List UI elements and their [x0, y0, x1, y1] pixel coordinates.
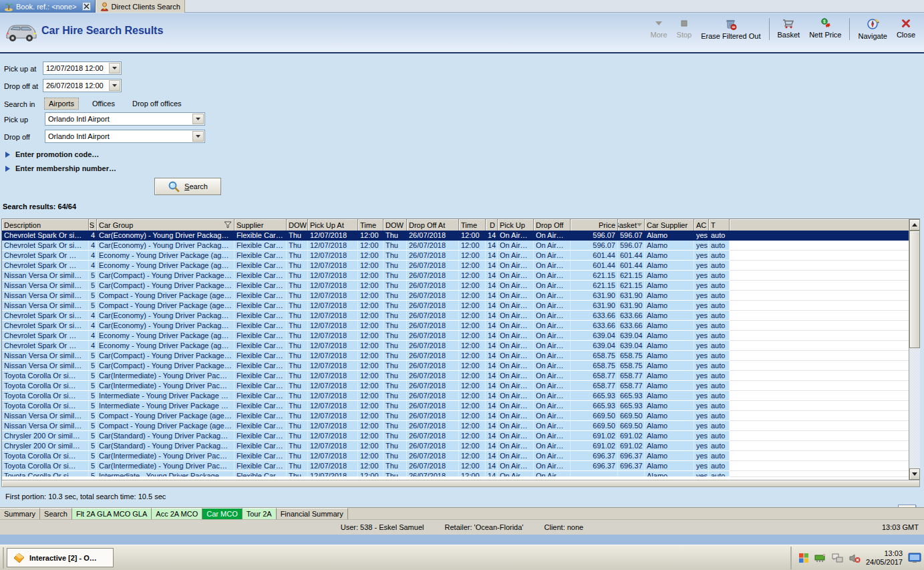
table-row[interactable]: Nissan Versa Or simil…5Car(Compact) - Yo…	[2, 361, 909, 371]
chevron-down-icon[interactable]	[109, 80, 120, 91]
search-in-option-offices[interactable]: Offices	[88, 98, 119, 109]
table-row[interactable]: Nissan Versa Or simil…5Compact - Young D…	[2, 301, 909, 311]
table-row[interactable]: Chrysler 200 Or simil…5Car(Standard) - Y…	[2, 431, 909, 441]
membership-number-expander[interactable]: Enter membership number…	[5, 164, 116, 172]
column-header-time2[interactable]: Time	[459, 219, 486, 231]
tab-direct-clients-search[interactable]: Direct Clients Search	[96, 0, 185, 13]
cell-description: Chevrolet Spark Or si…	[2, 321, 89, 330]
column-header-supplier[interactable]: Supplier	[235, 219, 287, 231]
table-row[interactable]: Nissan Versa Or simil…5Car(Compact) - Yo…	[2, 271, 909, 281]
basket-button[interactable]: Basket	[773, 17, 805, 41]
speaker-muted-icon[interactable]	[849, 553, 861, 563]
table-row[interactable]: Chevrolet Spark Or si…4Car(Economy) - Yo…	[2, 241, 909, 251]
column-header-ac[interactable]: AC	[694, 219, 709, 231]
chevron-down-icon[interactable]	[192, 114, 204, 124]
column-header-drop_off[interactable]: Drop Off	[534, 219, 571, 231]
pick-up-at-field[interactable]: 12/07/2018 12:00	[43, 61, 122, 75]
cell-dow2: Thu	[383, 331, 407, 340]
table-row[interactable]: Nissan Versa Or simil…5Car(Compact) - Yo…	[2, 351, 909, 361]
cell-price: 669.50	[571, 411, 618, 420]
table-row[interactable]: Chevrolet Spark Or si…4Car(Economy) - Yo…	[2, 321, 909, 331]
drop-off-combo[interactable]: Orlando Intl Airport	[45, 130, 205, 143]
search-in-option-airports[interactable]: Airports	[44, 98, 79, 110]
column-header-d[interactable]: D	[486, 219, 498, 231]
table-row[interactable]: Toyota Corolla Or si…5Intermediate - You…	[2, 391, 909, 401]
table-row[interactable]: Toyota Corolla Or si…5Car(Intermediate) …	[2, 461, 909, 471]
column-header-label: Pick Up	[500, 221, 525, 229]
table-row[interactable]: Chevrolet Spark Or …4Economy - Young Dri…	[2, 251, 909, 261]
app-orange-icon	[13, 553, 25, 563]
cell-dow2: Thu	[383, 381, 407, 390]
search-in-option-drop-off-offices[interactable]: Drop off offices	[128, 98, 186, 109]
table-row[interactable]: Toyota Corolla Or si…5Intermediate - You…	[2, 471, 909, 477]
bottom-tab-financial-summary[interactable]: Financial Summary	[277, 508, 348, 519]
network-computers-icon[interactable]	[832, 553, 844, 563]
table-row[interactable]: Toyota Corolla Or si…5Car(Intermediate) …	[2, 451, 909, 461]
cell-d: 14	[486, 361, 498, 370]
column-header-price[interactable]: Price	[571, 219, 618, 231]
close-button[interactable]: Close	[892, 17, 920, 41]
table-row[interactable]: Toyota Corolla Or si…5Car(Intermediate) …	[2, 371, 909, 381]
bottom-tab-summary[interactable]: Summary	[0, 508, 40, 519]
cell-t: auto	[709, 341, 730, 350]
antivirus-icon[interactable]	[798, 553, 809, 563]
table-row[interactable]: Chevrolet Spark Or …4Economy - Young Dri…	[2, 261, 909, 271]
scrollbar-thumb[interactable]	[909, 231, 920, 348]
column-header-car_supplier[interactable]: Car Supplier	[645, 219, 694, 231]
column-header-time1[interactable]: Time	[358, 219, 383, 231]
taskbar-app-button[interactable]: Interactive [2] - O…	[7, 548, 114, 567]
erase-filtered-out-button[interactable]: Erase Filtered Out	[696, 17, 765, 41]
column-header-basket[interactable]: Basket	[618, 219, 645, 231]
scroll-down-icon[interactable]	[909, 468, 920, 480]
pick-up-combo[interactable]: Orlando Intl Airport	[45, 112, 205, 126]
search-in-label: Search in	[4, 100, 35, 108]
pick-up-at-label: Pick up at	[4, 65, 36, 73]
cell-time1: 12:00	[358, 291, 383, 300]
table-row[interactable]: Chevrolet Spark Or …4Economy - Young Dri…	[2, 341, 909, 351]
cell-t: auto	[709, 351, 730, 360]
table-row[interactable]: Nissan Versa Or simil…5Compact - Young D…	[2, 411, 909, 421]
navigate-button[interactable]: Navigate	[853, 17, 891, 41]
tab-booking-ref[interactable]: Book. ref.: <none>	[0, 0, 96, 13]
table-row[interactable]: Chrysler 200 Or simil…5Car(Standard) - Y…	[2, 441, 909, 451]
column-header-car_group[interactable]: Car Group	[97, 219, 235, 231]
cell-supplier: Flexible Car…	[235, 291, 287, 300]
table-row[interactable]: Nissan Versa Or simil…5Compact - Young D…	[2, 291, 909, 301]
table-row[interactable]: Chevrolet Spark Or si…4Car(Economy) - Yo…	[2, 311, 909, 321]
chevron-down-icon[interactable]	[192, 131, 204, 142]
tab-close-icon[interactable]	[82, 2, 91, 11]
table-row[interactable]: Chevrolet Spark Or si…4Car(Economy) - Yo…	[2, 231, 909, 241]
table-row[interactable]: Toyota Corolla Or si…5Car(Intermediate) …	[2, 381, 909, 391]
vertical-scrollbar[interactable]	[909, 219, 920, 480]
bottom-tab-tour-2a[interactable]: Tour 2A	[243, 508, 277, 519]
table-row[interactable]: Nissan Versa Or simil…5Car(Compact) - Yo…	[2, 281, 909, 291]
network-card-icon[interactable]	[814, 553, 826, 563]
column-header-dow1[interactable]: DOW	[287, 219, 308, 231]
chevron-down-icon[interactable]	[109, 63, 120, 74]
bottom-tab-search[interactable]: Search	[40, 508, 72, 519]
nett-price-button[interactable]: Nett Price	[804, 17, 846, 41]
column-header-pick_up_at[interactable]: Pick Up At	[308, 219, 358, 231]
drop-off-at-field[interactable]: 26/07/2018 12:00	[43, 79, 122, 92]
scroll-up-icon[interactable]	[909, 219, 920, 231]
horizontal-scrollbar[interactable]	[1, 480, 920, 487]
column-header-dow2[interactable]: DOW	[383, 219, 407, 231]
cell-car_group: Car(Economy) - Young Driver Packag…	[97, 311, 235, 320]
column-header-t[interactable]: T	[709, 219, 730, 231]
bottom-tab-car-mco[interactable]: Car MCO	[202, 508, 242, 519]
search-button[interactable]: Search	[154, 178, 221, 195]
column-header-description[interactable]: Description	[2, 219, 89, 231]
table-row[interactable]: Toyota Corolla Or si…5Intermediate - You…	[2, 401, 909, 411]
table-row[interactable]: Nissan Versa Or simil…5Compact - Young D…	[2, 421, 909, 431]
column-header-s[interactable]: S	[89, 219, 97, 231]
column-header-pick_up[interactable]: Pick Up	[498, 219, 534, 231]
promotion-code-expander[interactable]: Enter promotion code…	[5, 150, 99, 158]
cell-dow1: Thu	[287, 411, 308, 420]
cell-pick_up: On Air…	[498, 251, 534, 260]
bottom-tab-flt-2a-gla-mco-gla[interactable]: Flt 2A GLA MCO GLA	[72, 508, 152, 519]
bottom-tab-acc-2a-mco[interactable]: Acc 2A MCO	[152, 508, 202, 519]
column-header-drop_off_at[interactable]: Drop Off At	[407, 219, 459, 231]
table-row[interactable]: Chevrolet Spark Or …4Economy - Young Dri…	[2, 331, 909, 341]
display-icon[interactable]	[908, 553, 921, 564]
cell-t: auto	[709, 451, 730, 460]
